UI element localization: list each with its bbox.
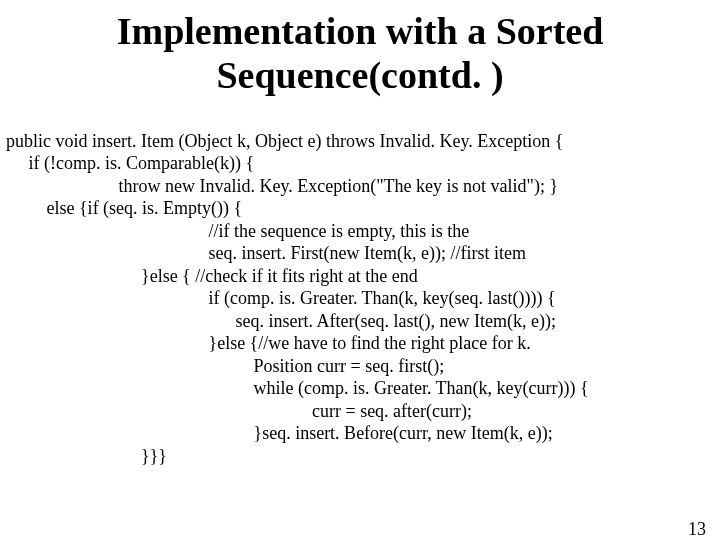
page-number: 13	[688, 519, 706, 540]
code-line: if (comp. is. Greater. Than(k, key(seq. …	[6, 288, 556, 308]
code-block: public void insert. Item (Object k, Obje…	[0, 107, 720, 467]
title-line-1: Implementation with a Sorted	[117, 10, 604, 52]
code-line: //if the sequence is empty, this is the	[6, 221, 469, 241]
code-line: }}}	[6, 446, 167, 466]
code-line: throw new Invalid. Key. Exception("The k…	[6, 176, 558, 196]
slide-title: Implementation with a Sorted Sequence(co…	[0, 10, 720, 97]
code-line: public void insert. Item (Object k, Obje…	[6, 131, 563, 151]
code-line: seq. insert. First(new Item(k, e)); //fi…	[6, 243, 526, 263]
code-line: curr = seq. after(curr);	[6, 401, 472, 421]
code-line: }else {//we have to find the right place…	[6, 333, 531, 353]
code-line: }else { //check if it fits right at the …	[6, 266, 418, 286]
code-line: else {if (seq. is. Empty()) {	[6, 198, 242, 218]
code-line: }seq. insert. Before(curr, new Item(k, e…	[6, 423, 553, 443]
code-line: if (!comp. is. Comparable(k)) {	[6, 153, 254, 173]
code-line: Position curr = seq. first();	[6, 356, 444, 376]
code-line: while (comp. is. Greater. Than(k, key(cu…	[6, 378, 589, 398]
slide: Implementation with a Sorted Sequence(co…	[0, 10, 720, 540]
title-line-2: Sequence(contd. )	[216, 54, 503, 96]
code-line: seq. insert. After(seq. last(), new Item…	[6, 311, 556, 331]
